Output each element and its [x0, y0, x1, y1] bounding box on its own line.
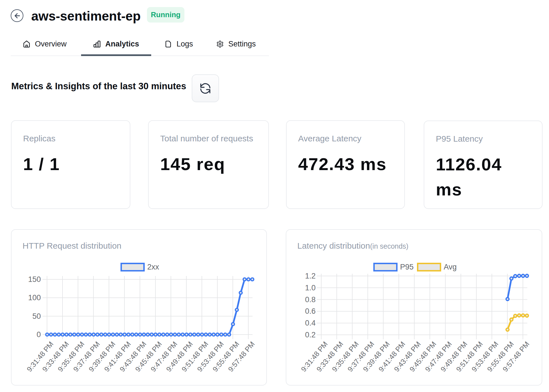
svg-text:0.6: 0.6	[305, 307, 316, 315]
svg-text:0.2: 0.2	[305, 331, 316, 339]
svg-text:0: 0	[37, 330, 41, 339]
svg-text:100: 100	[28, 293, 41, 302]
svg-text:1.0: 1.0	[305, 284, 316, 292]
svg-text:0.8: 0.8	[305, 295, 316, 304]
svg-text:150: 150	[28, 275, 41, 284]
svg-text:50: 50	[32, 312, 41, 320]
svg-text:0.4: 0.4	[305, 319, 316, 327]
svg-text:1.2: 1.2	[305, 272, 316, 280]
